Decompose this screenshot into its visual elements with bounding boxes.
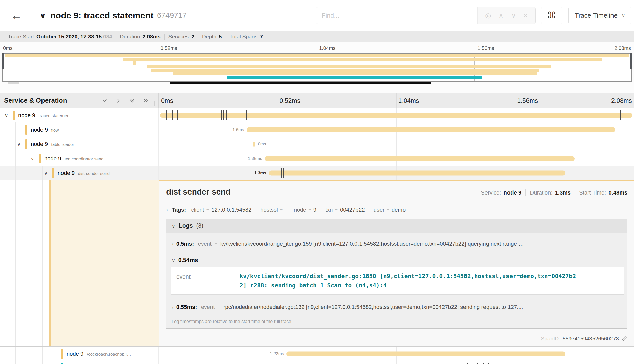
- column-resize-grip[interactable]: [154, 101, 156, 106]
- tag-value: 00427b22: [340, 207, 365, 213]
- log-entry-collapsed[interactable]: › 0.55ms: event = rpc/nodedialer/nodedia…: [169, 298, 625, 316]
- view-selector-button[interactable]: Trace Timeline ∨: [568, 7, 631, 24]
- span-row[interactable]: node 4/cockroach.roachpb.I…0.85ms: [0, 361, 634, 364]
- indent-guide: [15, 180, 16, 346]
- minimap-left-drag-handle[interactable]: [2, 53, 4, 69]
- keyboard-shortcuts-button[interactable]: ⌘: [541, 7, 562, 24]
- indent-guide: [15, 166, 16, 180]
- trace-title-group: ∨ node 9: traced statement 6749717: [40, 11, 186, 20]
- page-title: node 9: traced statement: [50, 11, 153, 20]
- expand-one-icon[interactable]: [115, 98, 121, 104]
- tag-value: demo: [392, 207, 406, 213]
- equals-sign: =: [387, 208, 390, 213]
- copy-link-icon[interactable]: [621, 336, 627, 342]
- operation-name: table reader: [51, 142, 74, 147]
- minimap-tick: 1.04ms: [319, 45, 336, 51]
- chevron-down-icon[interactable]: ∨: [44, 170, 48, 176]
- span-detail-left-gutter: [0, 180, 159, 346]
- collapse-controls: [102, 98, 149, 104]
- summary-trace-start: Trace Start October 15 2020, 17:38:15.08…: [4, 34, 116, 40]
- chevron-down-icon[interactable]: ∨: [31, 156, 34, 161]
- span-duration-bar[interactable]: [160, 113, 633, 118]
- horizontal-scrollbar[interactable]: [170, 82, 431, 84]
- minimap-right-drag-handle[interactable]: [630, 53, 632, 69]
- span-duration-bar[interactable]: [265, 156, 575, 161]
- next-result-icon[interactable]: ∨: [511, 12, 516, 19]
- timeline-gridline: [515, 137, 515, 151]
- logs-header[interactable]: ∨ Logs (3): [166, 219, 627, 233]
- indent-guide: [2, 347, 2, 361]
- span-tree-cell[interactable]: ∨node 9txn coordinator send: [0, 151, 159, 166]
- summary-value: 2: [191, 34, 194, 40]
- span-timeline-cell[interactable]: [159, 108, 634, 122]
- log-entry-expanded-header[interactable]: ∨ 0.54ms: [169, 253, 625, 267]
- indent-guide: [15, 151, 16, 166]
- equals-sign: =: [206, 208, 209, 213]
- minimap-canvas[interactable]: [2, 53, 632, 82]
- detail-service: Service: node 9: [477, 189, 525, 196]
- collapse-all-icon[interactable]: [129, 98, 135, 104]
- tag: client=127.0.0.1:54582: [191, 207, 256, 213]
- span-timeline-cell[interactable]: 1.6ms: [159, 122, 634, 137]
- scrollbar-track: [8, 82, 19, 84]
- span-row[interactable]: ∨node 9traced statement: [0, 108, 634, 122]
- expand-all-icon[interactable]: [143, 98, 149, 104]
- span-rows-below: node 9/cockroach.roachpb.I…1.22msnode 4/…: [0, 347, 634, 364]
- span-tree-cell[interactable]: ∨node 9table reader: [0, 137, 159, 151]
- locate-icon[interactable]: ◎: [485, 12, 491, 19]
- span-tree-cell[interactable]: node 9/cockroach.roachpb.I…: [0, 347, 159, 361]
- service-name: node 9: [31, 141, 48, 147]
- log-marker-tick: [172, 110, 173, 120]
- span-duration-label: 1.22ms: [270, 351, 284, 356]
- clear-search-icon[interactable]: ×: [524, 12, 527, 19]
- summary-depth: Depth 5: [198, 34, 226, 40]
- span-timeline-cell[interactable]: 0ms: [159, 137, 634, 151]
- span-duration-bar[interactable]: [286, 351, 565, 356]
- span-duration-bar[interactable]: [247, 127, 615, 132]
- back-button[interactable]: ←: [0, 0, 33, 31]
- span-duration-label: 1.3ms: [254, 170, 266, 176]
- span-tree-cell[interactable]: node 9flow: [0, 122, 159, 137]
- span-tree-cell[interactable]: ∨node 9dist sender send: [0, 166, 159, 180]
- summary-fraction: .084: [102, 34, 112, 39]
- service-operation-header: Service & Operation: [0, 93, 159, 108]
- span-timeline-cell[interactable]: 0.85ms: [159, 361, 634, 364]
- indent-guide: [2, 151, 2, 166]
- span-timeline-cell[interactable]: 1.22ms: [159, 347, 634, 361]
- chevron-down-icon[interactable]: ∨: [17, 141, 21, 147]
- log-marker-tick: [166, 110, 167, 120]
- timeline-gridline: [515, 93, 515, 108]
- span-duration-bar[interactable]: [269, 170, 565, 175]
- span-tree-cell[interactable]: node 4/cockroach.roachpb.I…: [0, 361, 159, 364]
- collapse-trace-chevron-icon[interactable]: ∨: [40, 11, 46, 20]
- span-row[interactable]: node 9/cockroach.roachpb.I…1.22ms: [0, 347, 634, 361]
- indent-guide: [15, 361, 16, 364]
- tags-list: client=127.0.0.1:54582hostssl=node=9txn=…: [191, 206, 410, 213]
- detail-start-time: Start Time: 0.48ms: [575, 189, 627, 196]
- indent-guide: [42, 361, 43, 364]
- minimap-tick: 1.56ms: [478, 45, 494, 51]
- service-color-swatch: [39, 154, 41, 163]
- log-marker-tick: [225, 110, 225, 120]
- summary-label: Depth: [202, 34, 216, 40]
- log-entry-collapsed[interactable]: › 0.5ms: event = kv/kvclient/kvcoord/ran…: [169, 234, 625, 253]
- span-row[interactable]: node 9flow1.6ms: [0, 122, 634, 137]
- chevron-down-icon[interactable]: ∨: [5, 112, 8, 118]
- span-timeline-cell[interactable]: 1.3ms: [159, 166, 634, 180]
- tag-key: txn: [325, 207, 333, 213]
- log-field-value: rpc/nodedialer/nodedialer.go:132 [n9,cli…: [223, 304, 622, 310]
- minimap-span-bar: [173, 72, 537, 75]
- span-row[interactable]: ∨node 9table reader0ms: [0, 137, 634, 151]
- tag: node=9: [289, 207, 321, 213]
- span-timeline-cell[interactable]: 1.35ms: [159, 151, 634, 166]
- prev-result-icon[interactable]: ∧: [499, 12, 503, 19]
- tags-row[interactable]: › Tags: client=127.0.0.1:54582hostssl=no…: [166, 206, 627, 213]
- span-row[interactable]: ∨node 9txn coordinator send1.35ms: [0, 151, 634, 166]
- span-name: node 9/cockroach.roachpb.I…: [67, 351, 131, 357]
- collapse-one-icon[interactable]: [102, 98, 108, 104]
- find-input[interactable]: [316, 7, 477, 24]
- span-row[interactable]: ∨node 9dist sender send1.3ms: [0, 166, 634, 180]
- span-tree-cell[interactable]: ∨node 9traced statement: [0, 108, 159, 122]
- minimap-tick: 0.52ms: [161, 45, 177, 51]
- span-duration-bar[interactable]: [253, 142, 255, 146]
